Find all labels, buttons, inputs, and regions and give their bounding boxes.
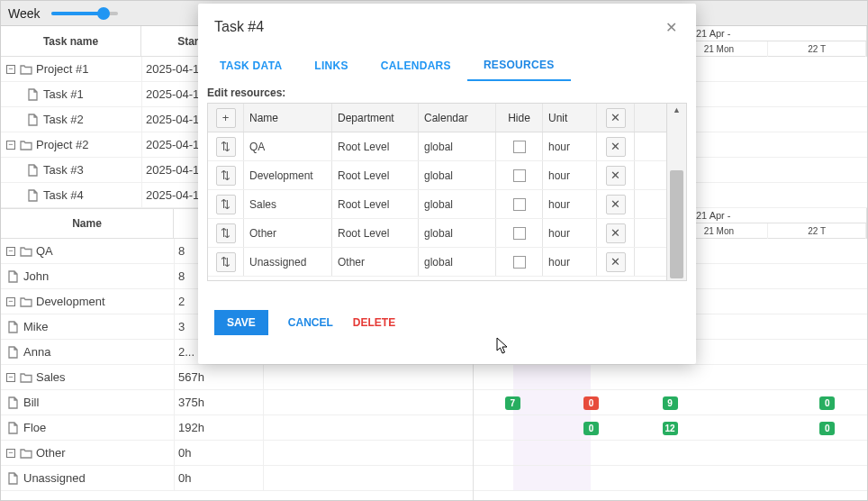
tab-calendars[interactable]: CALENDARS bbox=[365, 50, 467, 81]
col-res-dept[interactable]: Department bbox=[332, 104, 419, 132]
tab-task-data[interactable]: TASK DATA bbox=[203, 50, 298, 81]
task-lightbox: Task #4 ✕ TASK DATA LINKS CALENDARS RESO… bbox=[198, 4, 696, 364]
resource-table-row: ⇅UnassignedOtherglobalhour✕ bbox=[208, 248, 666, 277]
col-res-cal[interactable]: Calendar bbox=[419, 104, 496, 132]
res-name-cell[interactable]: Other bbox=[244, 219, 332, 247]
drag-handle-icon[interactable]: ⇅ bbox=[216, 166, 236, 186]
hide-checkbox[interactable] bbox=[513, 169, 526, 182]
row-delete-icon[interactable]: ✕ bbox=[606, 223, 626, 243]
col-res-unit[interactable]: Unit bbox=[543, 104, 597, 132]
res-name-cell[interactable]: Development bbox=[244, 161, 332, 189]
resource-table-row: ⇅OtherRoot Levelglobalhour✕ bbox=[208, 219, 666, 248]
hide-checkbox[interactable] bbox=[513, 256, 526, 269]
res-dept-cell[interactable]: Root Level bbox=[332, 190, 419, 218]
close-icon[interactable]: ✕ bbox=[662, 18, 680, 36]
hide-checkbox[interactable] bbox=[513, 141, 526, 153]
row-delete-icon[interactable]: ✕ bbox=[606, 195, 626, 214]
res-name-cell[interactable]: Sales bbox=[244, 190, 332, 218]
col-res-name[interactable]: Name bbox=[244, 104, 332, 132]
res-unit-cell[interactable]: hour bbox=[543, 219, 597, 247]
res-dept-cell[interactable]: Root Level bbox=[332, 132, 419, 160]
res-name-cell[interactable]: Unassigned bbox=[244, 248, 332, 276]
tab-links[interactable]: LINKS bbox=[298, 50, 365, 81]
res-unit-cell[interactable]: hour bbox=[543, 161, 597, 189]
resource-table-row: ⇅SalesRoot Levelglobalhour✕ bbox=[208, 190, 666, 219]
res-cal-cell[interactable]: global bbox=[419, 190, 496, 218]
resource-table-row: ⇅DevelopmentRoot Levelglobalhour✕ bbox=[208, 161, 666, 190]
res-unit-cell[interactable]: hour bbox=[543, 248, 597, 276]
res-name-cell[interactable]: QA bbox=[244, 132, 332, 160]
res-cal-cell[interactable]: global bbox=[419, 161, 496, 189]
res-dept-cell[interactable]: Other bbox=[332, 248, 419, 276]
drag-handle-icon[interactable]: ⇅ bbox=[216, 195, 236, 214]
scroll-up-icon[interactable]: ▲ bbox=[667, 104, 686, 116]
hide-checkbox[interactable] bbox=[513, 227, 526, 240]
hide-checkbox[interactable] bbox=[513, 198, 526, 211]
drag-handle-icon[interactable]: ⇅ bbox=[216, 137, 236, 157]
col-res-hide[interactable]: Hide bbox=[496, 104, 543, 132]
cancel-button[interactable]: CANCEL bbox=[288, 316, 333, 329]
res-dept-cell[interactable]: Root Level bbox=[332, 219, 419, 247]
res-unit-cell[interactable]: hour bbox=[543, 190, 597, 218]
scroll-thumb[interactable] bbox=[670, 170, 683, 278]
delete-all-button[interactable]: ✕ bbox=[606, 108, 626, 128]
drag-handle-icon[interactable]: ⇅ bbox=[216, 252, 236, 272]
save-button[interactable]: SAVE bbox=[214, 310, 268, 335]
tab-resources[interactable]: RESOURCES bbox=[467, 50, 571, 81]
res-cal-cell[interactable]: global bbox=[419, 132, 496, 160]
res-cal-cell[interactable]: global bbox=[419, 219, 496, 247]
edit-resources-label: Edit resources: bbox=[198, 81, 696, 103]
res-unit-cell[interactable]: hour bbox=[543, 132, 597, 160]
drag-handle-icon[interactable]: ⇅ bbox=[216, 223, 236, 243]
delete-button[interactable]: DELETE bbox=[353, 316, 395, 329]
add-resource-button[interactable]: + bbox=[216, 108, 236, 128]
row-delete-icon[interactable]: ✕ bbox=[606, 166, 626, 186]
res-dept-cell[interactable]: Root Level bbox=[332, 161, 419, 189]
resource-table-row: ⇅QARoot Levelglobalhour✕ bbox=[208, 132, 666, 161]
lightbox-title: Task #4 bbox=[214, 19, 264, 35]
row-delete-icon[interactable]: ✕ bbox=[606, 252, 626, 272]
res-cal-cell[interactable]: global bbox=[419, 248, 496, 276]
res-scrollbar[interactable]: ▲ ▼ bbox=[666, 104, 686, 280]
row-delete-icon[interactable]: ✕ bbox=[606, 137, 626, 157]
